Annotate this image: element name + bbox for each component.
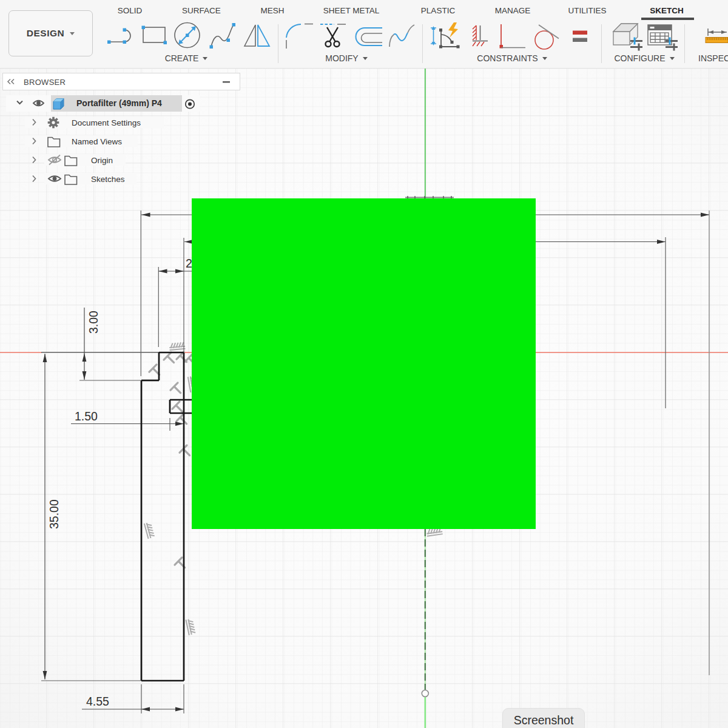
svg-text:3.00: 3.00 — [87, 311, 100, 334]
svg-text:4.55: 4.55 — [86, 695, 109, 708]
svg-text:1.50: 1.50 — [75, 410, 98, 423]
svg-text:35.00: 35.00 — [47, 499, 61, 529]
